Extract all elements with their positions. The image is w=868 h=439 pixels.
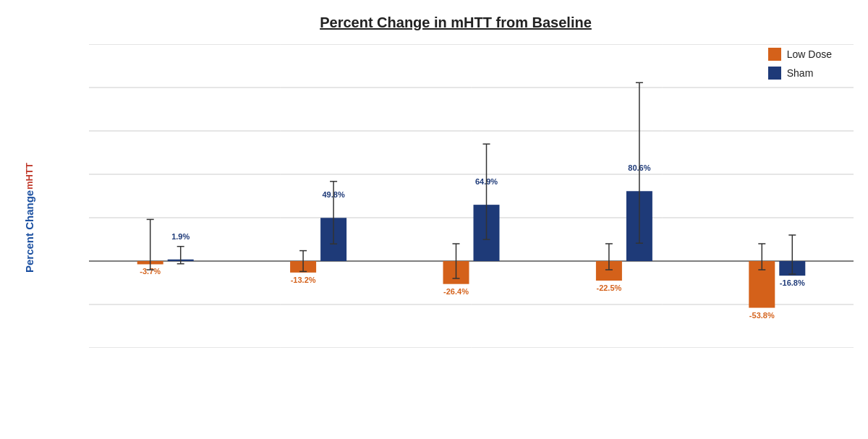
chart-body: Low Dose Sham [49,37,854,398]
chart-canvas [89,44,854,348]
chart-title: Percent Change in mHTT from Baseline [58,14,854,31]
y-axis-label: Percent Change mHTT [14,37,43,398]
chart-container: Percent Change in mHTT from Baseline Per… [0,0,868,439]
chart-area: Percent Change mHTT Low Dose Sham [14,37,854,398]
